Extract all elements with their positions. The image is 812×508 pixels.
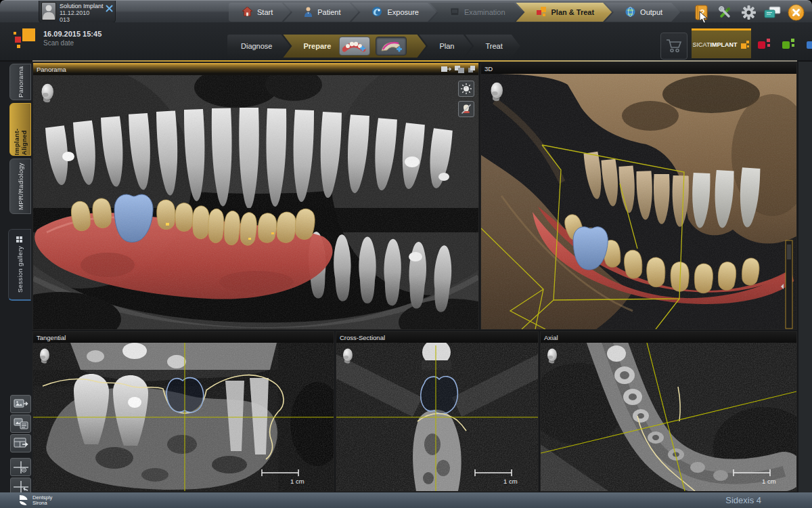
workflow-step-treat[interactable]: Treat (466, 35, 520, 58)
scan-caption: Scan date (43, 39, 102, 47)
3d-volume-render[interactable] (481, 74, 796, 329)
nav-tab-output[interactable]: Output (605, 3, 680, 22)
application-window: Solution Implant 11.12.2010 013 Start Pa… (0, 0, 812, 508)
workspace-tab-implant-aligned[interactable]: Implant-Aligned (9, 103, 31, 156)
title-bar: Solution Implant 11.12.2010 013 Start Pa… (0, 0, 812, 22)
system-icons: ? (692, 3, 805, 22)
home-icon (242, 7, 252, 18)
cross-sectional-view-header: Cross-Sectional (336, 332, 538, 343)
panorama-view-title: Panorama (37, 66, 66, 73)
workflow-step-plan[interactable]: Plan (419, 35, 472, 58)
workflow-step-label: Treat (486, 42, 503, 50)
svg-text:1 cm: 1 cm (762, 478, 776, 485)
application-toolbar: 16.09.2015 15:45 Scan date Diagnose Prep… (0, 22, 812, 60)
adjust-panoramic-curve-button[interactable] (376, 37, 407, 56)
export-image-button[interactable] (10, 395, 31, 413)
close-app-button[interactable] (787, 3, 805, 22)
nav-tab-label: Exposure (387, 8, 418, 16)
dentsply-sirona-brand: Dentsply Sirona (18, 494, 52, 506)
exposure-icon (371, 6, 382, 18)
svg-text:1 cm: 1 cm (290, 478, 304, 485)
workflow-bar: Diagnose Prepare Plan Treat (227, 35, 520, 58)
patient-name: Solution Implant (60, 3, 104, 9)
sicat-implant-app-button[interactable]: SICATIMPLANT (692, 28, 751, 58)
examination-icon (450, 7, 459, 18)
workspace: Panorama Implant-Aligned MPR/Radiology S… (0, 62, 812, 492)
app-red-icon[interactable] (758, 37, 771, 49)
app-button-label: SICATIMPLANT (693, 41, 738, 48)
copy-view-icon[interactable] (455, 66, 465, 73)
nav-tab-label: Patient (317, 8, 340, 16)
panorama-view-panel[interactable]: Panorama (32, 62, 479, 330)
workflow-step-label: Plan (439, 42, 454, 50)
nav-tab-start[interactable]: Start (229, 3, 290, 22)
status-bar: Dentsply Sirona Sidexis 4 (0, 492, 812, 508)
workspace-tab-label: Panorama (17, 66, 24, 98)
shop-cart-button[interactable] (660, 33, 687, 60)
output-icon (625, 7, 635, 18)
nav-tab-label: Start (257, 8, 273, 16)
patient-avatar (41, 2, 56, 20)
window-right-frame (798, 62, 812, 492)
axial-view-title: Axial (544, 334, 558, 341)
app-green-icon[interactable] (782, 37, 796, 49)
nav-tab-examination: Examination (430, 3, 523, 22)
brightness-contrast-button[interactable] (458, 81, 474, 97)
planned-tooth-outline (421, 377, 458, 414)
tangential-view-header: Tangential (33, 332, 334, 343)
close-patient-icon[interactable] (106, 3, 113, 10)
export-workspace-button[interactable] (10, 434, 31, 452)
workflow-step-label: Prepare (303, 42, 331, 50)
patient-info: Solution Implant 11.12.2010 013 (60, 2, 104, 21)
maximize-view-icon[interactable] (468, 66, 475, 72)
svg-text:1 cm: 1 cm (503, 478, 518, 485)
axial-view-panel[interactable]: Axial (540, 331, 797, 492)
session-gallery-label: Session gallery (16, 247, 24, 293)
brand-line2: Sirona (32, 501, 52, 506)
workspace-tab-panorama[interactable]: Panorama (9, 64, 31, 100)
3d-view-title: 3D (484, 65, 493, 72)
dentsply-sirona-logo (18, 494, 29, 506)
nav-tab-label: Output (640, 8, 662, 16)
workflow-step-prepare[interactable]: Prepare (283, 35, 426, 58)
nav-tab-patient[interactable]: Patient (284, 3, 358, 22)
export-view-icon[interactable] (441, 66, 451, 73)
axial-view-header: Axial (541, 332, 796, 343)
sicat-logo (14, 28, 38, 52)
scan-info: 16.09.2015 15:45 Scan date (43, 30, 102, 47)
3d-view-panel[interactable]: 3D (480, 62, 797, 330)
workspace-tab-label: MPR/Radiology (17, 163, 24, 210)
import-optical-impression-button[interactable] (339, 37, 370, 56)
feedback-screens-icon[interactable] (763, 3, 782, 22)
workflow-step-diagnose[interactable]: Diagnose (227, 35, 290, 58)
tools-button[interactable] (716, 3, 734, 22)
patient-date: 11.12.2010 (60, 9, 104, 16)
3d-view-header: 3D (481, 63, 796, 74)
panorama-view-header: Panorama (33, 63, 478, 75)
nav-tab-plan-treat[interactable]: Plan & Treat (516, 3, 612, 22)
tangential-slice-image[interactable]: 1 cm (33, 343, 334, 491)
main-navigation: Start Patient Exposure Examination Plan … (229, 3, 680, 22)
cross-sectional-slice-image[interactable]: 1 cm (336, 343, 538, 491)
nav-tab-label: Examination (464, 8, 505, 16)
settings-gear-icon[interactable] (740, 3, 758, 22)
optical-impression-icon (342, 39, 367, 54)
workspace-sidebar: Panorama Implant-Aligned MPR/Radiology S… (0, 62, 32, 492)
session-gallery-tab[interactable]: Session gallery (8, 229, 31, 301)
axial-slice-image[interactable]: 1 cm (541, 343, 796, 491)
copy-image-button[interactable] (10, 415, 31, 433)
workspace-tab-mpr-radiology[interactable]: MPR/Radiology (9, 158, 31, 214)
cross-sectional-view-panel[interactable]: Cross-Sectional (336, 331, 539, 492)
toggle-impressions-button[interactable] (458, 101, 474, 117)
plan-treat-icon (537, 7, 547, 18)
tangential-view-panel[interactable]: Tangential (32, 331, 334, 492)
panorama-xray-image[interactable] (33, 75, 478, 329)
toggle-crosshairs-button[interactable] (10, 458, 31, 476)
nav-tab-label: Plan & Treat (551, 8, 595, 16)
nav-tab-exposure[interactable]: Exposure (351, 3, 436, 22)
app-blue-icon[interactable] (807, 37, 812, 49)
sicat-implant-logo-icon (739, 39, 750, 50)
product-name: Sidexis 4 (725, 495, 761, 505)
tangential-view-title: Tangential (37, 334, 66, 341)
patient-card[interactable]: Solution Implant 11.12.2010 013 (39, 1, 116, 23)
